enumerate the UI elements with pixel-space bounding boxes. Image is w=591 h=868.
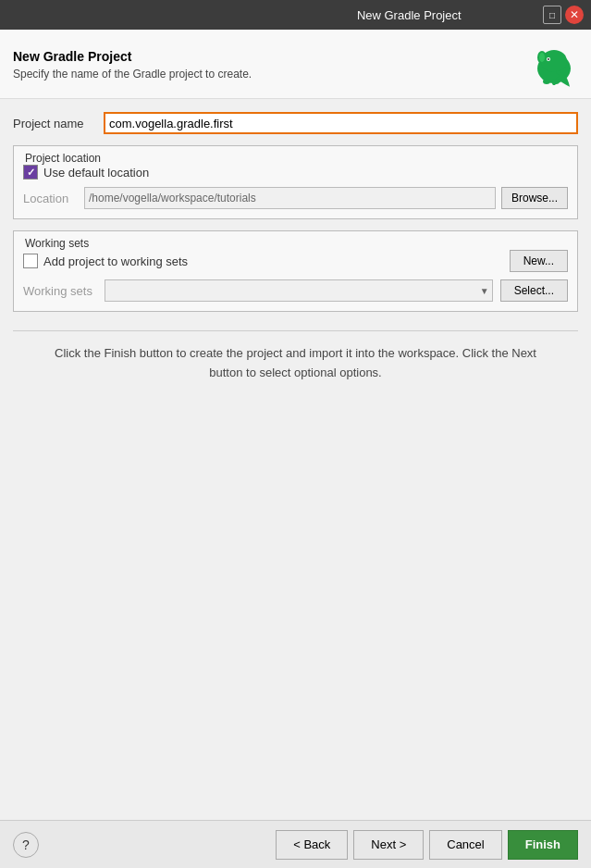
form-area: Project name Project location Use defaul… — [0, 99, 591, 820]
browse-button[interactable]: Browse... — [501, 187, 568, 209]
info-text: Click the Finish button to create the pr… — [13, 344, 578, 383]
use-default-checkbox-label[interactable]: Use default location — [23, 165, 149, 180]
cancel-button[interactable]: Cancel — [429, 830, 501, 860]
dialog-description: Specify the name of the Gradle project t… — [13, 68, 252, 81]
gradle-logo-icon — [530, 41, 578, 89]
project-name-row: Project name — [13, 112, 578, 134]
add-to-ws-label: Add project to working sets — [43, 254, 188, 268]
svg-point-6 — [543, 79, 550, 84]
button-bar: ? < Back Next > Cancel Finish — [0, 820, 591, 868]
dialog-header-text: New Gradle Project Specify the name of t… — [13, 49, 252, 81]
dialog-header: New Gradle Project Specify the name of t… — [0, 30, 591, 99]
use-default-checkbox[interactable] — [23, 165, 38, 180]
add-to-ws-checkbox-label[interactable]: Add project to working sets — [23, 254, 188, 268]
maximize-button[interactable]: □ — [543, 6, 561, 24]
new-working-set-button[interactable]: New... — [510, 250, 568, 272]
working-sets-select-wrap: ▼ — [105, 279, 493, 302]
use-default-row: Use default location — [23, 165, 568, 180]
working-sets-select[interactable] — [105, 279, 493, 302]
add-to-ws-checkbox[interactable] — [23, 254, 38, 268]
spacer — [13, 383, 578, 820]
project-name-label: Project name — [13, 117, 96, 130]
next-button[interactable]: Next > — [353, 830, 424, 860]
window-controls: □ ✕ — [543, 6, 584, 24]
working-sets-label: Working sets — [23, 284, 97, 298]
svg-point-3 — [539, 53, 545, 62]
location-input[interactable] — [84, 187, 496, 209]
help-button[interactable]: ? — [13, 832, 39, 858]
dialog-body: New Gradle Project Specify the name of t… — [0, 30, 591, 868]
svg-point-7 — [552, 79, 560, 84]
section-divider — [13, 330, 578, 331]
finish-button[interactable]: Finish — [508, 830, 578, 860]
window-title: New Gradle Project — [276, 8, 544, 22]
select-working-set-button[interactable]: Select... — [500, 279, 568, 302]
dialog-title: New Gradle Project — [13, 49, 252, 64]
close-button[interactable]: ✕ — [565, 6, 584, 24]
project-location-fieldset: Project location Use default location Lo… — [13, 145, 578, 219]
working-sets-fieldset: Working sets Add project to working sets… — [13, 230, 578, 312]
working-sets-legend: Working sets — [21, 237, 568, 250]
back-button[interactable]: < Back — [276, 830, 348, 860]
use-default-label: Use default location — [43, 166, 149, 180]
add-to-ws-row: Add project to working sets New... — [23, 250, 568, 272]
location-row: Location Browse... — [23, 187, 568, 209]
svg-point-5 — [548, 58, 549, 60]
project-name-input[interactable] — [104, 112, 578, 134]
nav-buttons: < Back Next > Cancel Finish — [276, 830, 578, 860]
location-label: Location — [23, 192, 79, 205]
title-bar: New Gradle Project □ ✕ — [0, 0, 591, 30]
project-location-legend: Project location — [21, 152, 568, 165]
working-sets-select-row: Working sets ▼ Select... — [23, 279, 568, 302]
